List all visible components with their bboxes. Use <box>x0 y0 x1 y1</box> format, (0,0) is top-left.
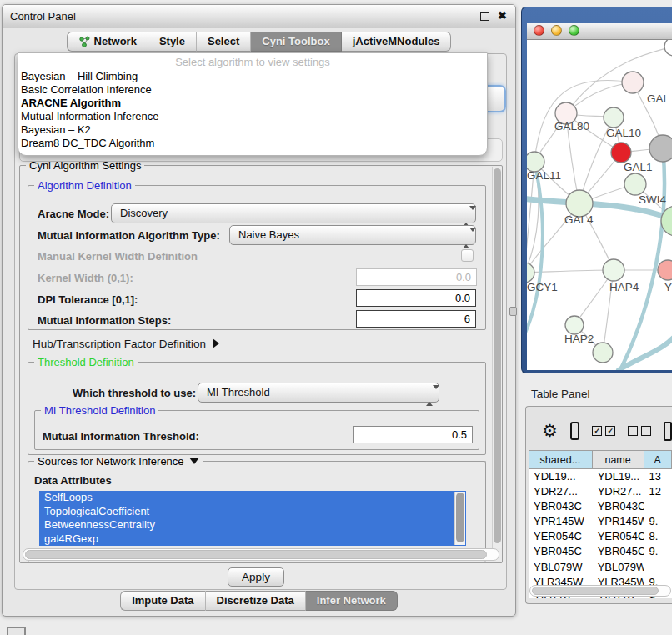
mi-threshold-legend: MI Threshold Definition <box>41 404 158 417</box>
sources-toggle[interactable]: Sources for Network Inference <box>34 455 203 468</box>
splitter-handle[interactable] <box>509 307 517 316</box>
node-label: SWI4 <box>639 193 666 206</box>
table-cell: YER054C <box>529 529 593 544</box>
algorithm-popup-item[interactable]: ARACNE Algorithm <box>18 97 487 110</box>
control-panel-window: Control Panel ✖ NetworkStyleSelectCyni T… <box>2 4 516 617</box>
kernel-width-label: Kernel Width (0,1): <box>38 272 133 284</box>
stepper-icon <box>463 229 469 241</box>
close-traffic-light[interactable] <box>534 25 544 36</box>
network-node[interactable] <box>622 72 644 93</box>
hub-definition-toggle[interactable]: Hub/Transcription Factor Definition <box>33 338 219 350</box>
column-header[interactable]: name <box>593 450 644 469</box>
mi-type-label: Mutual Information Algorithm Type: <box>38 229 220 242</box>
attributes-scrollbar[interactable] <box>454 492 465 545</box>
attribute-list-item[interactable]: TopologicalCoefficient <box>39 505 466 519</box>
node-label: GAL11 <box>527 169 561 182</box>
network-node[interactable] <box>664 40 672 56</box>
apply-button[interactable]: Apply <box>228 568 284 587</box>
table-header-row: shared...nameA <box>529 450 672 469</box>
algorithm-definition-legend: Algorithm Definition <box>34 179 135 192</box>
mi-type-combo[interactable]: Naive Bayes <box>229 225 476 245</box>
network-canvas[interactable]: GALGAL80GAL10GAL1GAL11SWI4GAL4GCY1HAP4YH… <box>527 40 672 370</box>
split-view-icon[interactable] <box>570 422 579 440</box>
close-icon[interactable]: ✖ <box>498 9 507 22</box>
table-row[interactable]: YER054CYER054C8. <box>529 529 672 544</box>
minimize-traffic-light[interactable] <box>551 25 562 36</box>
table-cell: 9. <box>644 544 672 559</box>
network-icon <box>78 36 90 48</box>
bottom-tab-infer-network[interactable]: Infer Network <box>306 591 398 611</box>
mi-threshold-field[interactable]: 0.5 <box>353 426 473 443</box>
network-node-hap2[interactable] <box>565 316 584 334</box>
algorithm-popup-item[interactable]: Mutual Information Inference <box>18 110 487 123</box>
table-horizontal-scrollbar[interactable] <box>529 585 671 597</box>
document-icon[interactable] <box>664 422 672 441</box>
gear-icon[interactable]: ⚙ <box>542 422 558 439</box>
dpi-tolerance-field[interactable]: 0.0 <box>356 289 476 307</box>
attribute-list-item[interactable]: BetweennessCentrality <box>39 518 466 532</box>
mi-steps-field[interactable]: 6 <box>356 310 476 328</box>
table-row[interactable]: YPR145WYPR145W9. <box>529 514 672 529</box>
tab-cyni-toolbox[interactable]: Cyni Toolbox <box>251 32 341 52</box>
float-panel-icon[interactable] <box>480 12 489 21</box>
attribute-list-item[interactable]: SelfLoops <box>39 491 466 505</box>
tab-label: Network <box>94 35 137 48</box>
bottom-tab-discretize-data[interactable]: Discretize Data <box>206 591 306 611</box>
algorithm-popup-item[interactable]: Bayesian – K2 <box>18 123 487 137</box>
network-node[interactable] <box>649 135 672 162</box>
tab-jactivemnodules[interactable]: jActiveMNodules <box>342 32 452 52</box>
unchecked-boxes-icon[interactable] <box>628 426 651 436</box>
table-row[interactable]: YBR043CYBR043C <box>529 499 672 514</box>
network-node-hap4[interactable] <box>603 259 624 281</box>
mi-steps-label: Mutual Information Steps: <box>38 314 171 327</box>
table-cell: YBR045C <box>529 544 593 559</box>
node-label: GAL10 <box>606 127 641 139</box>
manual-kernel-checkbox[interactable] <box>461 249 474 262</box>
column-header[interactable]: shared... <box>529 450 593 469</box>
algorithm-popup-item[interactable]: Basic Correlation Inference <box>18 83 487 97</box>
network-graph: GALGAL80GAL10GAL1GAL11SWI4GAL4GCY1HAP4YH… <box>527 40 672 370</box>
network-node-swi4[interactable] <box>624 173 646 195</box>
network-node-y[interactable] <box>658 260 672 280</box>
column-header[interactable]: A <box>644 450 672 469</box>
tab-network[interactable]: Network <box>67 32 148 52</box>
table-row[interactable]: YDR27...YDR27...12 <box>529 484 672 499</box>
attribute-list-item[interactable]: gal4RGexp <box>39 532 466 547</box>
which-threshold-combo[interactable]: MI Threshold <box>198 382 439 402</box>
which-threshold-label: Which threshold to use: <box>73 387 196 399</box>
tab-select[interactable]: Select <box>197 32 251 52</box>
network-node-gcy1[interactable] <box>527 262 534 282</box>
node-label: GCY1 <box>527 281 558 293</box>
table-cell: YPR145W <box>529 514 593 529</box>
table-cell: YBR045C <box>593 544 644 559</box>
collapsed-panel-icon[interactable] <box>7 627 26 635</box>
network-window: GALGAL80GAL10GAL1GAL11SWI4GAL4GCY1HAP4YH… <box>521 7 672 373</box>
control-panel-titlebar: Control Panel ✖ <box>3 5 515 28</box>
zoom-traffic-light[interactable] <box>569 25 579 36</box>
node-label: HAP2 <box>564 332 594 345</box>
data-attributes-list: SelfLoopsTopologicalCoefficientBetweenne… <box>39 491 466 546</box>
table-row[interactable]: YDL19...YDL19...13 <box>529 469 672 484</box>
settings-vertical-scrollbar[interactable] <box>492 167 502 548</box>
expand-right-icon <box>213 338 219 348</box>
table-row[interactable]: YBL079WYBL079W <box>529 560 672 575</box>
control-panel-tab-bar: NetworkStyleSelectCyni ToolboxjActiveMNo… <box>3 32 515 52</box>
network-node-gal10[interactable] <box>604 108 624 128</box>
settings-horizontal-scrollbar[interactable] <box>23 548 499 561</box>
checked-boxes-icon[interactable]: ✓✓ <box>592 426 615 436</box>
tab-style[interactable]: Style <box>148 32 197 52</box>
manual-kernel-label: Manual Kernel Width Definition <box>38 250 198 262</box>
table-row[interactable]: YBR045CYBR045C9. <box>529 544 672 559</box>
algorithm-popup-item[interactable]: Bayesian – Hill Climbing <box>18 70 487 83</box>
table-cell <box>644 499 672 514</box>
bottom-tab-impute-data[interactable]: Impute Data <box>120 591 205 611</box>
table-panel-title: Table Panel <box>531 388 590 400</box>
network-node[interactable] <box>593 342 613 362</box>
table-cell <box>644 560 672 575</box>
kernel-width-field[interactable]: 0.0 <box>356 268 477 286</box>
bottom-tab-bar: Impute DataDiscretize DataInfer Network <box>3 591 515 611</box>
collapse-down-icon <box>189 458 199 464</box>
network-node-gal1[interactable] <box>611 142 631 162</box>
algorithm-popup-item[interactable]: Dream8 DC_TDC Algorithm <box>18 137 487 150</box>
aracne-mode-combo[interactable]: Discovery <box>111 203 476 223</box>
